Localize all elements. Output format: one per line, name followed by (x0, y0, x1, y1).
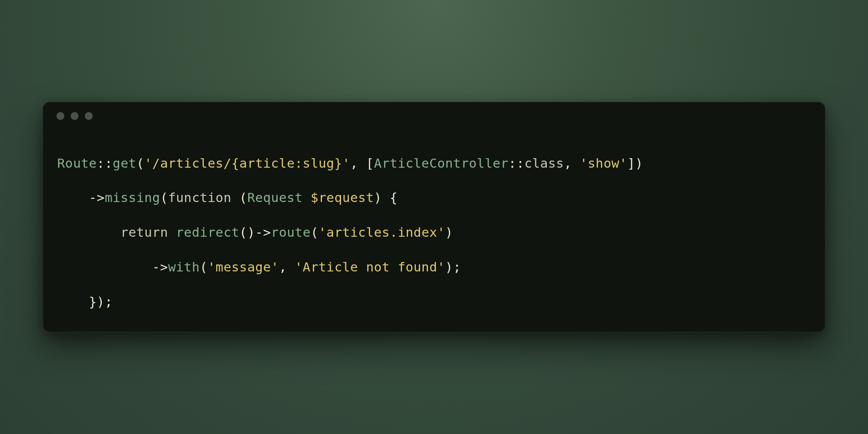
code-line-5: }); (57, 294, 811, 311)
token-class: Route (57, 156, 97, 171)
token-string: '/articles/{article:slug}' (144, 156, 350, 171)
token-punct: , (564, 156, 580, 171)
token-method: missing (105, 190, 160, 205)
token-function: redirect (176, 225, 239, 240)
token-method: route (271, 225, 311, 240)
token-arrow: ()-> (239, 225, 271, 240)
token-space (303, 190, 311, 205)
token-paren: ( (200, 260, 208, 275)
token-paren: ) (445, 225, 453, 240)
token-string: 'message' (208, 260, 279, 275)
token-paren: ( (232, 190, 247, 205)
token-string: 'articles.index' (318, 225, 445, 240)
token-class: ArticleController (374, 156, 509, 171)
minimize-icon[interactable] (71, 112, 79, 120)
token-punct: , [ (350, 156, 374, 171)
close-icon[interactable] (56, 112, 64, 120)
code-line-4: ->with('message', 'Article not found'); (57, 259, 811, 276)
code-content: Route::get('/articles/{article:slug}', [… (43, 130, 825, 332)
token-punct: ); (445, 260, 461, 275)
token-keyword: return (121, 225, 168, 240)
token-operator: :: (97, 156, 112, 171)
token-arrow: -> (57, 260, 168, 275)
token-string: 'show' (580, 156, 627, 171)
token-keyword: class (524, 156, 564, 171)
token-brace: }); (57, 294, 112, 309)
token-operator: :: (509, 156, 524, 171)
token-indent (57, 225, 121, 240)
token-punct: , (279, 260, 295, 275)
code-line-2: ->missing(function (Request $request) { (57, 189, 811, 207)
code-line-1: Route::get('/articles/{article:slug}', [… (57, 155, 811, 172)
token-method: get (112, 156, 136, 171)
maximize-icon[interactable] (85, 112, 93, 120)
token-variable: $request (311, 190, 374, 205)
token-paren: ]) (627, 156, 643, 171)
token-arrow: -> (57, 190, 105, 205)
token-keyword: function (168, 190, 232, 205)
token-brace: ) { (374, 190, 398, 205)
code-window: Route::get('/articles/{article:slug}', [… (43, 102, 825, 333)
token-paren: ( (160, 190, 168, 205)
code-line-3: return redirect()->route('articles.index… (57, 224, 811, 241)
token-string: 'Article not found' (295, 260, 445, 275)
token-type: Request (247, 190, 303, 205)
token-paren: ( (137, 156, 144, 171)
token-paren: ( (311, 225, 318, 240)
window-titlebar (43, 102, 825, 130)
token-space (168, 225, 176, 240)
token-method: with (168, 260, 200, 275)
